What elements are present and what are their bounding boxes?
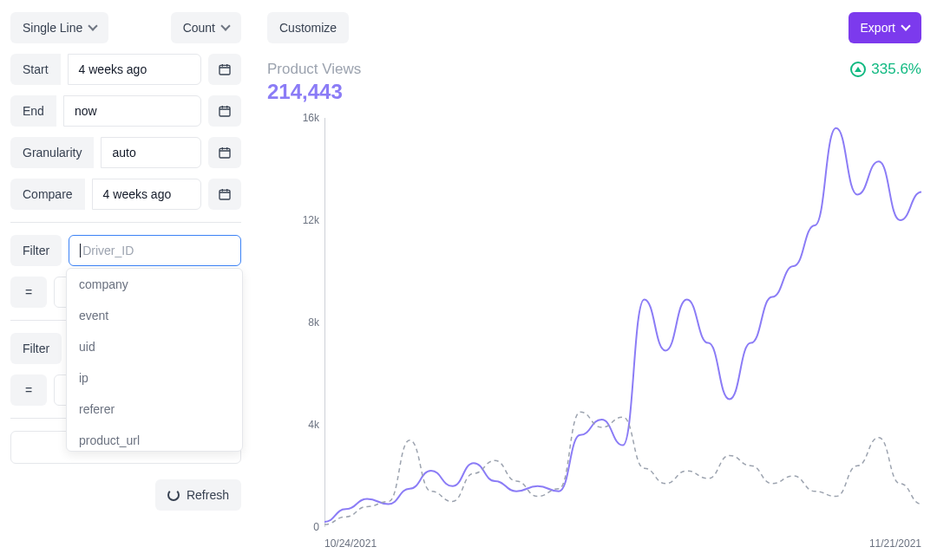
dropdown-item[interactable]: referer: [67, 394, 242, 425]
dropdown-item[interactable]: event: [67, 300, 242, 331]
metric-value: 214,443: [267, 80, 361, 104]
svg-rect-1: [220, 107, 230, 116]
filter-label: Filter: [10, 333, 62, 364]
chart-type-dropdown[interactable]: Single Line: [10, 12, 108, 43]
end-calendar-button[interactable]: [208, 95, 241, 127]
metric-title: Product Views: [267, 61, 361, 78]
dropdown-item[interactable]: company: [67, 269, 242, 300]
chevron-down-icon: [901, 21, 910, 30]
delta-value: 335.6%: [871, 61, 921, 78]
filter-placeholder: Driver_ID: [82, 244, 134, 257]
compare-input[interactable]: 4 weeks ago: [92, 179, 201, 210]
compare-label: Compare: [10, 179, 85, 210]
x-tick: 11/21/2021: [869, 537, 921, 550]
granularity-input[interactable]: auto: [101, 137, 201, 168]
svg-rect-2: [220, 148, 230, 158]
y-tick: 0: [313, 521, 319, 533]
calendar-icon: [218, 62, 232, 76]
aggregation-label: Count: [183, 21, 215, 35]
start-input[interactable]: 4 weeks ago: [68, 54, 201, 85]
dropdown-item[interactable]: product_url: [67, 425, 242, 451]
svg-rect-3: [220, 190, 230, 199]
granularity-label: Granularity: [10, 137, 94, 168]
end-input[interactable]: now: [63, 95, 201, 127]
filter-operator[interactable]: =: [10, 277, 47, 308]
divider: [10, 222, 241, 223]
refresh-button[interactable]: Refresh: [155, 479, 241, 511]
chart-svg: [324, 118, 921, 527]
dropdown-item[interactable]: ip: [67, 362, 242, 394]
filter-field-dropdown: company event uid ip referer product_url: [66, 268, 243, 452]
calendar-icon: [218, 187, 232, 201]
svg-rect-0: [220, 65, 230, 75]
chevron-down-icon: [88, 21, 98, 30]
chart-series-current: [324, 128, 921, 522]
compare-calendar-button[interactable]: [208, 179, 241, 210]
granularity-calendar-button[interactable]: [208, 137, 241, 168]
y-tick: 4k: [308, 419, 319, 431]
filter-operator-2[interactable]: =: [10, 374, 47, 406]
chart-series-compare: [324, 412, 921, 524]
y-tick: 12k: [303, 214, 319, 226]
x-tick: 10/24/2021: [324, 537, 377, 550]
filter-field-input[interactable]: Driver_ID: [69, 235, 241, 266]
start-calendar-button[interactable]: [208, 54, 241, 85]
end-label: End: [10, 95, 56, 127]
y-tick: 8k: [308, 316, 319, 329]
main-panel: Customize Export Product Views 214,443 3…: [252, 0, 937, 560]
delta-badge: 335.6%: [850, 61, 921, 78]
arrow-up-circle-icon: [850, 62, 866, 77]
aggregation-dropdown[interactable]: Count: [171, 12, 241, 43]
filter-label: Filter: [10, 235, 62, 266]
refresh-icon: [167, 489, 180, 501]
chevron-down-icon: [220, 21, 230, 30]
chart-type-label: Single Line: [23, 21, 82, 35]
calendar-icon: [218, 104, 232, 118]
chart: 04k8k12k16k 10/24/202111/21/2021: [267, 118, 921, 548]
calendar-icon: [218, 146, 232, 160]
dropdown-item[interactable]: uid: [67, 331, 242, 362]
sidebar: Single Line Count Start 4 weeks ago End …: [0, 0, 252, 560]
customize-button[interactable]: Customize: [267, 12, 349, 43]
y-tick: 16k: [303, 112, 319, 124]
refresh-label: Refresh: [187, 488, 229, 502]
export-button[interactable]: Export: [849, 12, 921, 43]
text-cursor: [80, 244, 81, 257]
start-label: Start: [10, 54, 61, 85]
